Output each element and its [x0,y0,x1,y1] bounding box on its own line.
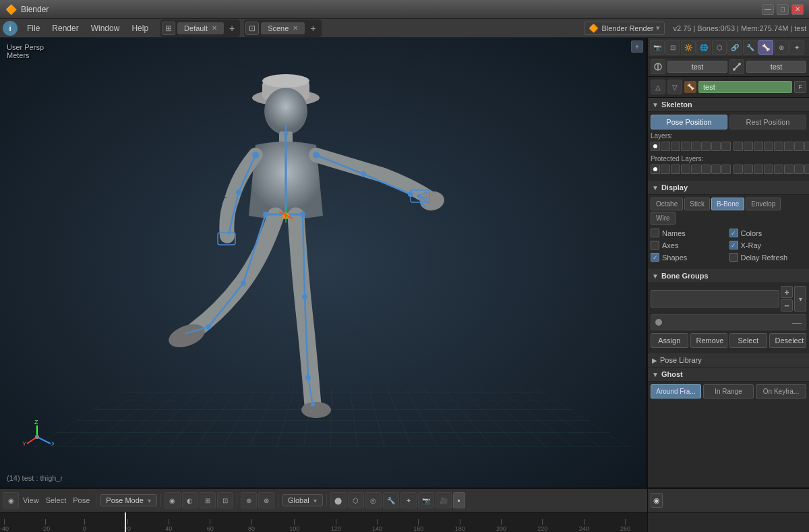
rpanel-icon-material[interactable]: ⊛ [774,40,789,55]
render-engine-select[interactable]: 🔶 Blender Render ▾ [584,22,665,35]
layer-btn-8[interactable] [721,142,731,151]
shapes-checkbox[interactable] [651,253,659,262]
rpanel-icon-world[interactable]: 🌐 [696,40,711,55]
menu-file[interactable]: File [22,22,45,35]
rpanel-icon-scene[interactable]: 🔆 [681,40,696,55]
record-icon[interactable]: ⬤ [330,492,347,508]
ghost-on-keyframe-button[interactable]: On Keyfra... [756,384,806,398]
prot-layer-btn-15[interactable] [794,165,804,174]
layer-btn-11[interactable] [754,142,763,151]
skeleton-section-header[interactable]: ▼ Skeleton [648,98,809,112]
prot-layer-btn-11[interactable] [754,165,763,174]
smooth-icon[interactable]: ◐ [182,492,198,508]
bone-group-add-button[interactable]: + [781,286,793,298]
keyframe-icon[interactable]: ⬡ [348,492,364,508]
close-button[interactable]: ✕ [791,4,804,15]
display-mode-octahe[interactable]: Octahe [651,198,683,210]
draw-icon[interactable]: ◉ [164,492,181,508]
camera-icon[interactable]: 🎥 [436,492,452,508]
snap-icon[interactable]: ⊛ [258,492,274,508]
scene-tab[interactable]: Scene ✕ [261,22,305,34]
display-mode-stick[interactable]: Stick [684,198,710,210]
rpanel-icon-particles[interactable]: ✦ [789,40,804,55]
layer-btn-7[interactable] [711,142,721,151]
datablock-down-arrow[interactable]: ▽ [667,80,682,94]
material-icon[interactable]: ⊡ [217,492,233,508]
minimize-button[interactable]: — [762,4,774,15]
transform-space-select[interactable]: Global ▾ [282,494,323,506]
layer-btn-12[interactable] [764,142,773,151]
layer-btn-6[interactable] [701,142,711,151]
prot-layer-btn-5[interactable] [691,165,700,174]
tools-icon[interactable]: 🔧 [383,492,399,508]
mode-select[interactable]: Pose Mode ▾ [100,494,157,506]
viewport-corner-button[interactable]: + [631,40,643,53]
menu-window[interactable]: Window [86,22,125,35]
prot-layer-btn-14[interactable] [784,165,793,174]
bone-groups-section-header[interactable]: ▼ Bone Groups [648,269,809,283]
menu-render[interactable]: Render [47,22,84,35]
prot-layer-btn-8[interactable] [721,165,731,174]
remove-button[interactable]: Remove [690,333,728,348]
pose-library-header[interactable]: ▶ Pose Library [648,353,809,367]
bone-group-menu-button[interactable]: ▾ [794,286,806,312]
prot-layer-btn-13[interactable] [774,165,783,174]
pose-menu[interactable]: Pose [70,496,92,504]
layer-btn-3[interactable] [671,142,680,151]
context-name-1[interactable]: test [667,61,727,73]
info-icon[interactable]: i [3,21,18,36]
prot-layer-btn-4[interactable] [681,165,690,174]
rest-position-button[interactable]: Rest Position [729,115,806,129]
datablock-f-button[interactable]: F [794,81,806,93]
assign-button[interactable]: Assign [651,333,688,348]
datablock-up-arrow[interactable]: △ [651,80,665,94]
mesh-icon[interactable]: ✦ [400,492,417,508]
context-armature-icon[interactable] [651,59,665,74]
layer-btn-13[interactable] [774,142,783,151]
layer-btn-14[interactable] [784,142,793,151]
bone-group-name-field[interactable] [651,290,779,307]
layer-btn-16[interactable] [804,142,809,151]
workspace-icon[interactable]: ⊞ [162,22,175,35]
render-icon[interactable]: 📷 [418,492,434,508]
select-button[interactable]: Select [729,333,767,348]
layer-btn-2[interactable] [661,142,670,151]
menu-help[interactable]: Help [126,22,154,35]
deselect-button[interactable]: Deselect [769,333,807,348]
prot-layer-btn-2[interactable] [661,165,670,174]
texture-icon[interactable]: ⊞ [200,492,216,508]
view-menu[interactable]: View [20,496,42,504]
scene-add-button[interactable]: + [306,21,320,36]
workspace-tab-close[interactable]: ✕ [212,24,217,32]
workspace-add-button[interactable]: + [225,21,239,36]
ghost-section-header[interactable]: ▼ Ghost [648,367,809,382]
delay-refresh-checkbox[interactable] [729,253,738,262]
pose-position-button[interactable]: Pose Position [651,115,727,129]
scene-tab-close[interactable]: ✕ [293,24,298,32]
prot-layer-btn-3[interactable] [671,165,680,174]
rpanel-icon-modifier[interactable]: 🔧 [743,40,758,55]
context-bone-icon[interactable] [729,59,744,74]
viewport-mode-icon[interactable]: ◉ [3,492,19,508]
pivot-icon[interactable]: ⊕ [241,492,257,508]
layer-btn-9[interactable] [733,142,743,151]
names-checkbox[interactable] [651,229,659,237]
rpanel-icon-object[interactable]: ⬡ [712,40,727,55]
bone-group-remove-button[interactable]: − [781,299,793,312]
colors-checkbox[interactable] [729,229,738,237]
prot-layer-btn-1[interactable] [651,165,660,174]
ghost-in-range-button[interactable]: In Range [703,384,754,398]
onion-icon[interactable]: ◎ [365,492,382,508]
layer-btn-10[interactable] [744,142,753,151]
xray-checkbox[interactable] [729,241,738,249]
layer-btn-1[interactable] [651,142,660,151]
axes-checkbox[interactable] [651,241,659,249]
ghost-around-frame-button[interactable]: Around Fra... [651,384,701,398]
datablock-name-field[interactable]: test [698,81,792,93]
prot-layer-btn-10[interactable] [744,165,753,174]
layer-btn-15[interactable] [794,142,804,151]
prot-layer-btn-12[interactable] [764,165,773,174]
context-name-2[interactable]: test [746,61,806,73]
rpanel-icon-data[interactable]: 🦴 [758,40,773,55]
display-section-header[interactable]: ▼ Display [648,181,809,195]
